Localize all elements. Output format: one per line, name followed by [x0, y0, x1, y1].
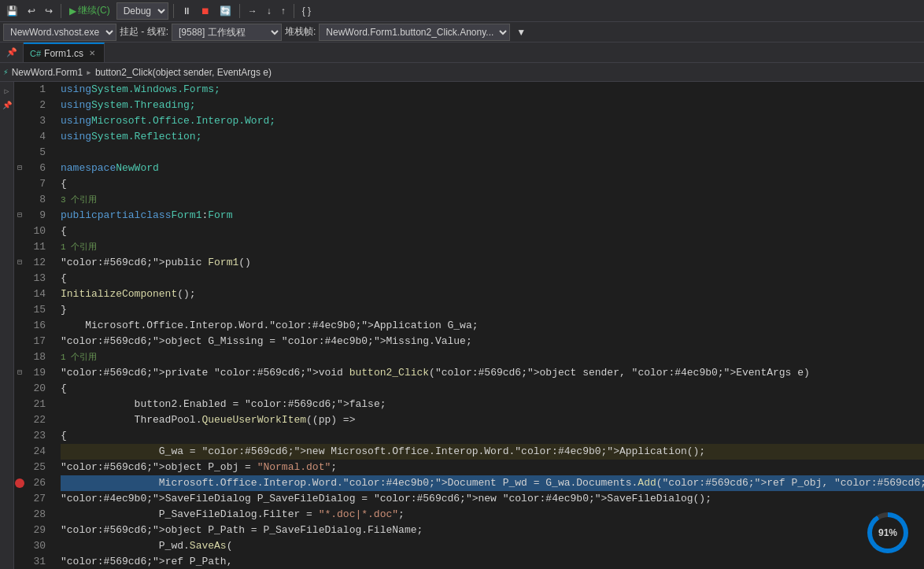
code-line: button2.Enabled = "color:#569cd6;">false…	[61, 397, 924, 412]
fold-button[interactable]: ⊟	[17, 365, 22, 381]
line-num: 2	[25, 98, 50, 113]
undo-button[interactable]: ↩	[24, 4, 39, 18]
breakpoint-area[interactable]	[14, 507, 25, 523]
class-icon: ⚡	[3, 67, 9, 77]
code-line: "color:#4ec9b0;">SaveFileDialog P_SaveFi…	[61, 491, 924, 507]
fold-button[interactable]: ⊟	[17, 255, 22, 271]
line-number-row: 14	[14, 286, 57, 302]
breakpoint-area[interactable]	[14, 334, 25, 349]
line-number-row: 25	[14, 460, 57, 475]
breadcrumb-class[interactable]: NewWord.Form1	[12, 67, 83, 78]
code-line: Microsoft.Office.Interop.Word."color:#4e…	[61, 475, 924, 491]
tab-close-button[interactable]: ✕	[87, 48, 98, 59]
breakpoint-area[interactable]	[14, 460, 25, 475]
breakpoint-area[interactable]	[14, 523, 25, 538]
code-button[interactable]: { }	[299, 4, 314, 18]
sidebar-pin-icon[interactable]: 📌	[1, 99, 13, 112]
breakpoint-area[interactable]	[14, 349, 25, 365]
restart-button[interactable]: 🔄	[216, 4, 235, 18]
code-line: "color:#569cd6;">private "color:#569cd6;…	[61, 365, 924, 381]
line-num: 27	[25, 491, 50, 507]
breakpoint-area[interactable]	[14, 176, 25, 192]
line-num: 22	[25, 412, 50, 428]
save-button[interactable]: 💾	[3, 4, 21, 18]
line-number-row: 28	[14, 507, 57, 523]
sidebar-expand-icon[interactable]: ▷	[1, 85, 13, 98]
code-content-area: using System.Windows.Forms; using System…	[57, 82, 924, 569]
line-number-row: 18	[14, 349, 57, 365]
breakpoint-area[interactable]	[14, 113, 25, 129]
line-number-row: 15	[14, 302, 57, 318]
breakpoint-area[interactable]	[14, 397, 25, 412]
step-over-button[interactable]: →	[245, 4, 261, 18]
line-number-row: 7	[14, 176, 57, 192]
breakpoint-area[interactable]	[14, 428, 25, 444]
breakpoint-area[interactable]: ⊟	[14, 255, 25, 271]
code-line: {	[61, 176, 924, 192]
fold-button[interactable]: ⊟	[17, 208, 22, 224]
breakpoint-area[interactable]	[14, 318, 25, 334]
code-line: 1 个引用	[61, 349, 924, 365]
line-num: 20	[25, 381, 50, 397]
breakpoint-area[interactable]: ⊟	[14, 208, 25, 224]
breadcrumb-method[interactable]: button2_Click(object sender, EventArgs e…	[95, 67, 272, 78]
tab-form1cs[interactable]: C# Form1.cs ✕	[24, 42, 105, 62]
breakpoint-area[interactable]	[14, 145, 25, 161]
debug-toolbar: NewWord.vshost.exe 挂起 - 线程: [9588] 工作线程 …	[0, 22, 924, 42]
code-line: Microsoft.Office.Interop.Word."color:#4e…	[61, 318, 924, 334]
breakpoint-area[interactable]	[14, 271, 25, 286]
breakpoint-area[interactable]: ⊟	[14, 365, 25, 381]
redo-button[interactable]: ↪	[42, 4, 56, 18]
continue-button[interactable]: ▶ 继续(C)	[66, 2, 113, 19]
process-combo[interactable]: NewWord.vshost.exe	[3, 24, 116, 41]
code-line: {	[61, 428, 924, 444]
line-number-row: 24	[14, 444, 57, 460]
line-num: 1	[25, 82, 50, 98]
line-number-row: 4	[14, 129, 57, 145]
line-num: 23	[25, 428, 50, 444]
breakpoint-area[interactable]	[14, 538, 25, 554]
code-line	[61, 145, 924, 161]
breakpoint-area[interactable]	[14, 192, 25, 208]
breakpoint-area[interactable]	[14, 491, 25, 507]
line-number-row: 29	[14, 523, 57, 538]
breakpoint-area[interactable]	[14, 98, 25, 113]
breakpoint-area[interactable]	[14, 302, 25, 318]
nav-bar: ⚡ NewWord.Form1 ▸ button2_Click(object s…	[0, 63, 924, 82]
thread-combo[interactable]: [9588] 工作线程	[172, 24, 282, 41]
breakpoint-area[interactable]	[14, 239, 25, 255]
line-num: 31	[25, 554, 50, 569]
breakpoint-area[interactable]	[14, 412, 25, 428]
breakpoint-area[interactable]	[14, 129, 25, 145]
line-number-row: 30	[14, 538, 57, 554]
breakpoint-area[interactable]	[14, 381, 25, 397]
stack-expand-button[interactable]: ▼	[513, 25, 529, 39]
breakpoint-area[interactable]	[14, 82, 25, 98]
fold-button[interactable]: ⊟	[17, 161, 22, 176]
pause-button[interactable]: ⏸	[179, 4, 194, 18]
stop-button[interactable]: ⏹	[198, 4, 213, 18]
code-line: {	[61, 271, 924, 286]
step-into-button[interactable]: ↓	[264, 4, 275, 18]
line-number-row: ⊟19	[14, 365, 57, 381]
line-number-row: ⊟6	[14, 161, 57, 176]
line-number-row: 22	[14, 412, 57, 428]
stack-combo[interactable]: NewWord.Form1.button2_Click.Anony...	[319, 24, 510, 41]
breakpoint-area[interactable]: ⊟	[14, 161, 25, 176]
separator-2	[173, 4, 174, 18]
breakpoint-area[interactable]	[14, 224, 25, 239]
line-number-row: 17	[14, 334, 57, 349]
breakpoint-area[interactable]	[14, 554, 25, 569]
step-out-button[interactable]: ↑	[278, 4, 289, 18]
breakpoint-area[interactable]	[14, 444, 25, 460]
line-num: 26	[25, 475, 50, 491]
line-num: 9	[25, 208, 50, 224]
breakpoint-area[interactable]	[14, 286, 25, 302]
debug-combo[interactable]: Debug	[116, 2, 168, 20]
tab-label: Form1.cs	[44, 48, 83, 59]
line-num: 4	[25, 129, 50, 145]
breakpoint-area[interactable]	[14, 475, 25, 491]
code-line: P_wd.SaveAs(	[61, 538, 924, 554]
left-sidebar: ▷ 📌	[0, 82, 14, 569]
pin-area: 📌	[0, 42, 24, 62]
